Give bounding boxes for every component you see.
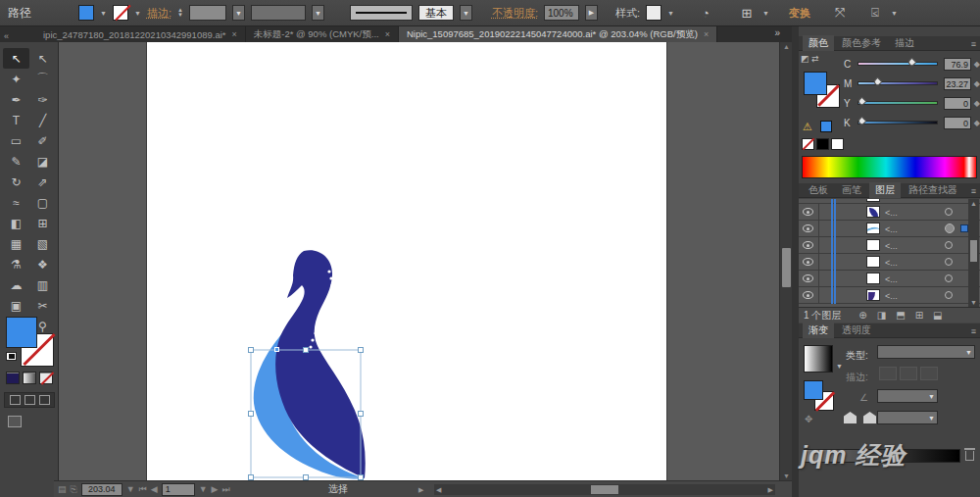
mesh-tool[interactable]: ▦ — [3, 233, 29, 254]
visibility-eye-icon[interactable] — [803, 258, 813, 266]
stroke-color-swatch[interactable] — [113, 5, 128, 21]
scale-tool[interactable]: ⇗ — [29, 172, 56, 192]
transform-link[interactable]: 变换 — [789, 6, 810, 21]
hscroll-right-mini-icon[interactable]: ▶ — [418, 486, 423, 494]
none-mode-button[interactable] — [39, 372, 53, 384]
locate-object-icon[interactable]: ⊕ — [858, 310, 866, 321]
cyan-spinner-icon[interactable]: ◆ — [974, 60, 980, 69]
new-sublayer-icon[interactable]: ⬒ — [896, 310, 905, 321]
out-of-gamut-warning-icon[interactable]: ⚠ — [803, 121, 812, 133]
prev-page-icon[interactable]: ◀ — [151, 484, 158, 494]
color-panel-fill-swatch[interactable] — [804, 72, 827, 95]
recolor-artwork-icon[interactable]: ◔ — [696, 6, 715, 21]
first-page-icon[interactable]: ⏮ — [139, 484, 147, 495]
css-extract-icon[interactable]: ▤ — [58, 484, 67, 494]
vertical-scroll-thumb[interactable] — [782, 248, 791, 287]
document-tab-2[interactable]: 未标题-2* @ 90% (CMYK/预... × — [246, 26, 399, 42]
visibility-eye-icon[interactable] — [803, 241, 813, 249]
layer-thumbnail[interactable] — [866, 223, 880, 234]
layers-scroll-down-icon[interactable]: ▼ — [970, 299, 977, 306]
close-tab-icon[interactable]: × — [385, 29, 390, 39]
tab-color-guide[interactable]: 颜色参考 — [836, 35, 887, 51]
direct-selection-tool[interactable]: ↖ — [29, 48, 56, 69]
layer-row-3[interactable]: <... — [799, 237, 980, 254]
color-mode-button[interactable] — [6, 372, 20, 384]
eraser-tool[interactable]: ◪ — [29, 151, 56, 172]
color-spectrum-bar[interactable] — [802, 156, 977, 178]
zoom-dropdown-icon[interactable]: ▼ — [126, 484, 135, 494]
selection-handle[interactable] — [249, 348, 254, 353]
selection-handle[interactable] — [249, 475, 254, 480]
magenta-spinner-icon[interactable]: ◆ — [974, 79, 980, 88]
variable-width-dropdown[interactable]: ▼ — [312, 5, 324, 21]
target-circle-icon[interactable] — [945, 258, 953, 266]
tab-gradient[interactable]: 渐变 — [803, 323, 834, 338]
curvature-tool[interactable]: ✑ — [29, 89, 56, 110]
pen-tool[interactable]: ✒ — [3, 89, 29, 110]
export-icon[interactable]: ⎘ — [71, 484, 77, 495]
opacity-link[interactable]: 不透明度: — [492, 6, 538, 21]
white-chip[interactable] — [831, 138, 844, 150]
page-dropdown-icon[interactable]: ▼ — [199, 484, 208, 494]
layer-thumbnail[interactable] — [866, 256, 880, 268]
layer-thumbnail[interactable] — [866, 273, 880, 284]
gradient-stop-left-icon[interactable] — [844, 412, 857, 423]
tab-color[interactable]: 颜色 — [803, 35, 834, 51]
delete-layer-icon[interactable]: ⬓ — [933, 310, 942, 321]
change-screen-mode-button[interactable] — [8, 416, 22, 427]
collapse-tools-icon[interactable]: « — [4, 31, 9, 41]
panel-menu-icon[interactable]: ≡ — [971, 326, 976, 336]
visibility-eye-icon[interactable] — [803, 291, 813, 299]
free-transform-tool[interactable]: ▢ — [29, 192, 56, 213]
tab-brushes[interactable]: 画笔 — [836, 182, 867, 198]
brush-definition-dropdown[interactable] — [350, 5, 413, 21]
target-circle-icon[interactable] — [945, 241, 953, 249]
scroll-up-icon[interactable]: ▲ — [783, 43, 790, 50]
width-tool[interactable]: ≈ — [3, 192, 29, 213]
perspective-grid-tool[interactable]: ⊞ — [29, 213, 56, 233]
gradient-fill-swatch[interactable] — [804, 380, 823, 400]
fill-color-swatch[interactable] — [78, 5, 94, 21]
in-gamut-swatch[interactable] — [820, 121, 832, 132]
magenta-slider-track[interactable] — [858, 81, 938, 85]
selection-handle[interactable] — [304, 348, 309, 353]
close-tab-icon[interactable]: × — [704, 29, 709, 39]
visibility-eye-icon[interactable] — [803, 274, 813, 282]
selection-tool[interactable]: ↖ — [3, 48, 29, 69]
black-slider-track[interactable] — [858, 121, 938, 124]
layers-scroll-thumb[interactable] — [970, 240, 977, 262]
draw-behind-button[interactable] — [24, 395, 35, 405]
stroke-weight-stepper[interactable]: ▲▼ — [177, 8, 183, 18]
variable-width-field[interactable] — [251, 5, 306, 21]
target-circle-icon[interactable] — [945, 274, 953, 282]
yellow-slider-track[interactable] — [858, 101, 938, 105]
gradient-stop-right-icon[interactable] — [863, 412, 876, 423]
new-layer-icon[interactable]: ⊞ — [915, 310, 923, 321]
stroke-weight-dropdown[interactable]: ▼ — [232, 5, 245, 21]
hscroll-right-icon[interactable]: ▶ — [768, 486, 773, 494]
visibility-eye-icon[interactable] — [803, 224, 813, 232]
layer-thumbnail[interactable] — [866, 239, 880, 251]
opacity-field[interactable]: 100% — [544, 5, 579, 21]
paintbrush-tool[interactable]: ✐ — [29, 130, 56, 151]
isolate-selected-object-icon[interactable]: ⤧ — [830, 5, 850, 21]
layer-row-2[interactable]: <... — [799, 221, 980, 237]
target-circle-icon[interactable] — [945, 224, 955, 233]
swan-artwork[interactable] — [59, 42, 779, 480]
fill-dropdown-icon[interactable]: ▼ — [100, 10, 107, 17]
black-chip[interactable] — [816, 138, 829, 150]
select-similar-icon[interactable]: ⍃ — [865, 5, 885, 21]
tab-stroke[interactable]: 描边 — [889, 35, 920, 51]
layer-row-4[interactable]: <... — [799, 254, 980, 271]
panel-menu-icon[interactable]: ≡ — [971, 39, 976, 49]
gradient-tool[interactable]: ▧ — [29, 233, 56, 254]
close-tab-icon[interactable]: × — [232, 29, 237, 39]
layer-row-6[interactable]: <... — [799, 287, 980, 304]
gradient-type-dropdown[interactable]: ▼ — [877, 345, 975, 359]
stroke-weight-link[interactable]: 描边: — [147, 6, 172, 21]
gradient-mode-button[interactable] — [23, 372, 36, 384]
stroke-style-dropdown[interactable]: ▼ — [460, 5, 472, 21]
document-tab-1[interactable]: ipic_24787180_20181220210342991089.ai* × — [35, 26, 246, 42]
stroke-weight-field[interactable] — [189, 5, 226, 21]
last-page-icon[interactable]: ⏭ — [222, 484, 230, 495]
